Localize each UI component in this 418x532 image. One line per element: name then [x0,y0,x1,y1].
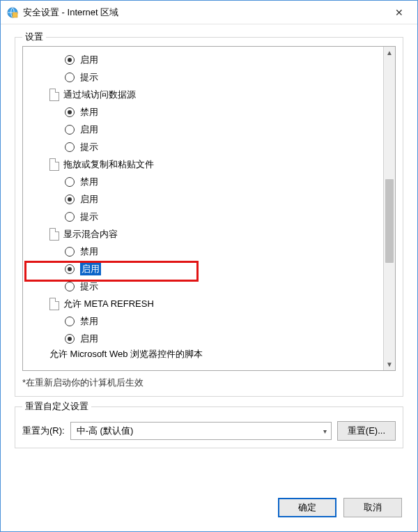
file-icon [49,298,59,310]
radio-icon [65,247,75,257]
settings-list[interactable]: 启用 提示 通过域访问数据源 禁用 [22,46,396,371]
scroll-up-icon[interactable]: ▲ [384,47,395,59]
restart-note: *在重新启动你的计算机后生效 [22,377,396,389]
combo-value: 中-高 (默认值) [77,425,134,437]
category-row: 允许 META REFRESH [26,295,392,312]
radio-label: 禁用 [80,245,98,258]
radio-icon [65,55,75,65]
category-row: 显示混合内容 [26,225,392,243]
radio-label: 启用 [80,54,98,66]
file-icon [49,158,59,171]
reset-group-label: 重置自定义设置 [22,400,91,413]
scroll-thumb[interactable] [385,179,394,263]
radio-icon [65,334,75,344]
radio-label: 提示 [80,71,98,84]
radio-icon [65,73,75,82]
radio-option[interactable]: 禁用 [26,312,392,330]
ok-button[interactable]: 确定 [278,498,336,517]
radio-label: 禁用 [80,315,98,328]
radio-option[interactable]: 禁用 [26,243,392,260]
radio-icon [65,142,75,152]
radio-option[interactable]: 启用 [26,51,392,68]
reset-to-label: 重置为(R): [22,425,65,437]
window-title: 安全设置 - Internet 区域 [23,6,385,19]
reset-group: 重置自定义设置 重置为(R): 中-高 (默认值) ▾ 重置(E)... [15,406,403,448]
radio-icon [65,125,75,135]
reset-combobox[interactable]: 中-高 (默认值) ▾ [70,422,332,440]
radio-label: 启用 [80,193,98,206]
file-icon [49,228,59,241]
radio-label: 提示 [80,141,98,153]
chevron-down-icon: ▾ [323,427,327,435]
radio-icon [65,107,75,117]
dialog-footer: 确定 取消 [1,488,417,531]
close-button[interactable]: ✕ [385,3,413,22]
category-row: 通过域访问数据源 [26,86,392,103]
radio-label: 禁用 [80,176,98,188]
scrollbar[interactable]: ▲ ▼ [383,47,395,370]
category-label: 拖放或复制和粘贴文件 [63,158,154,171]
radio-icon [65,212,75,222]
radio-label: 禁用 [80,106,98,119]
scroll-down-icon[interactable]: ▼ [384,358,395,370]
radio-label: 启用 [80,263,101,275]
radio-option[interactable]: 禁用 [26,103,392,121]
file-icon [49,89,59,101]
category-row-truncated: 允许 Microsoft Web 浏览器控件的脚本 [26,347,392,361]
dialog-window: 安全设置 - Internet 区域 ✕ 设置 启用 提示 [0,0,418,532]
category-label: 允许 Microsoft Web 浏览器控件的脚本 [49,348,203,360]
category-label: 允许 META REFRESH [63,298,154,310]
radio-icon [65,282,75,291]
globe-icon [6,6,19,19]
titlebar: 安全设置 - Internet 区域 ✕ [1,1,417,24]
category-row: 拖放或复制和粘贴文件 [26,155,392,173]
radio-option[interactable]: 启用 [26,190,392,208]
radio-label: 提示 [80,280,98,293]
reset-button[interactable]: 重置(E)... [337,421,396,441]
svg-rect-1 [13,13,17,17]
radio-option[interactable]: 启用 [26,121,392,138]
category-label: 通过域访问数据源 [63,89,136,101]
category-label: 显示混合内容 [63,228,118,241]
radio-icon [65,317,75,326]
radio-option[interactable]: 启用 [26,330,392,347]
settings-group-label: 设置 [22,31,46,43]
radio-option[interactable]: 提示 [26,68,392,86]
radio-option-highlighted[interactable]: 启用 [26,260,392,278]
radio-label: 启用 [80,333,98,345]
cancel-button[interactable]: 取消 [343,498,402,517]
radio-icon [65,264,75,274]
settings-group: 设置 启用 提示 通过域访问数据源 [15,37,403,397]
radio-icon [65,195,75,204]
radio-option[interactable]: 提示 [26,208,392,225]
radio-icon [65,177,75,187]
radio-label: 提示 [80,211,98,223]
radio-option[interactable]: 提示 [26,278,392,295]
radio-option[interactable]: 提示 [26,138,392,155]
radio-label: 启用 [80,123,98,136]
radio-option[interactable]: 禁用 [26,173,392,190]
